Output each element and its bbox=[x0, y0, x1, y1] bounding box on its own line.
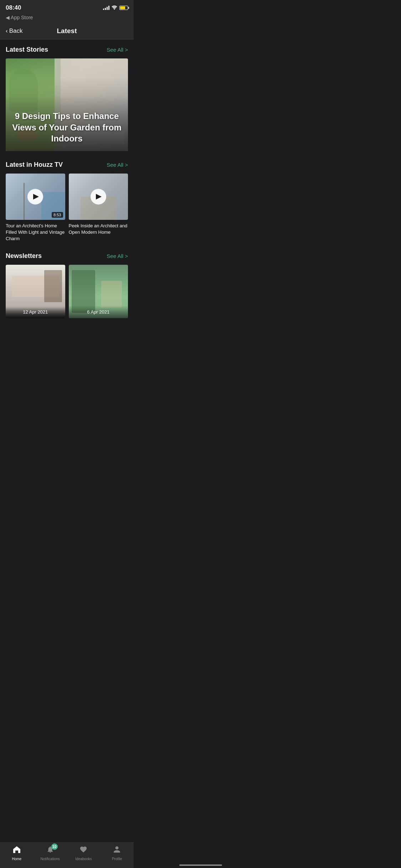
houzz-tv-section: Latest in Houzz TV See All > 8:53 Tour bbox=[0, 155, 134, 246]
hero-title: 9 Design Tips to Enhance Views of Your G… bbox=[12, 111, 122, 143]
play-triangle-icon-2 bbox=[96, 194, 102, 200]
wifi-icon bbox=[112, 5, 117, 11]
newsletter-date-1: 12 Apr 2021 bbox=[6, 306, 65, 318]
latest-stories-header: Latest Stories See All > bbox=[6, 46, 128, 53]
video-thumb-1[interactable]: 8:53 bbox=[6, 174, 65, 220]
status-time: 08:40 bbox=[6, 4, 21, 11]
page-title: Latest bbox=[57, 27, 77, 35]
newsletters-section: Newsletters See All > 12 Apr 2021 bbox=[0, 246, 134, 322]
play-triangle-icon-1 bbox=[33, 194, 39, 200]
scroll-content: Latest Stories See All > 9 Design Tips t… bbox=[0, 40, 134, 350]
hero-text-container: 9 Design Tips to Enhance Views of Your G… bbox=[6, 103, 128, 151]
video-card-2[interactable]: Peek Inside an Architect and Open Modern… bbox=[69, 174, 128, 242]
video-title-2: Peek Inside an Architect and Open Modern… bbox=[69, 223, 128, 236]
latest-stories-see-all[interactable]: See All > bbox=[107, 47, 128, 53]
newsletters-header: Newsletters See All > bbox=[6, 252, 128, 260]
video-card-1[interactable]: 8:53 Tour an Architect's Home Filled Wit… bbox=[6, 174, 65, 242]
newsletters-see-all[interactable]: See All > bbox=[107, 253, 128, 259]
signal-icon bbox=[103, 6, 109, 10]
newsletter-card-1[interactable]: 12 Apr 2021 bbox=[6, 265, 65, 318]
latest-stories-section: Latest Stories See All > 9 Design Tips t… bbox=[0, 40, 134, 155]
newsletter-thumb-2[interactable]: 6 Apr 2021 bbox=[69, 265, 128, 318]
play-button-2[interactable] bbox=[91, 189, 106, 205]
houzz-tv-header: Latest in Houzz TV See All > bbox=[6, 161, 128, 169]
back-button[interactable]: ‹ Back bbox=[6, 27, 22, 35]
houzz-tv-see-all[interactable]: See All > bbox=[107, 162, 128, 168]
app-store-back[interactable]: ◀ App Store bbox=[0, 14, 134, 24]
battery-icon: ⚡ bbox=[119, 6, 128, 10]
newsletter-grid: 12 Apr 2021 6 Apr 2021 bbox=[6, 265, 128, 318]
nav-bar: ‹ Back Latest bbox=[0, 24, 134, 39]
latest-stories-title: Latest Stories bbox=[6, 46, 48, 53]
video-duration-1: 8:53 bbox=[52, 212, 63, 218]
newsletters-title: Newsletters bbox=[6, 252, 42, 260]
video-thumb-2[interactable] bbox=[69, 174, 128, 220]
newsletter-date-2: 6 Apr 2021 bbox=[69, 306, 128, 318]
newsletter-card-2[interactable]: 6 Apr 2021 bbox=[69, 265, 128, 318]
back-chevron-icon: ‹ bbox=[6, 27, 8, 35]
video-grid: 8:53 Tour an Architect's Home Filled Wit… bbox=[6, 174, 128, 242]
status-icons: ⚡ bbox=[103, 5, 128, 11]
video-title-1: Tour an Architect's Home Filled With Lig… bbox=[6, 223, 65, 242]
houzz-tv-title: Latest in Houzz TV bbox=[6, 161, 63, 169]
newsletter-thumb-1[interactable]: 12 Apr 2021 bbox=[6, 265, 65, 318]
hero-story-card[interactable]: 9 Design Tips to Enhance Views of Your G… bbox=[6, 58, 128, 151]
status-bar: 08:40 ⚡ bbox=[0, 0, 134, 14]
play-button-1[interactable] bbox=[27, 189, 43, 205]
